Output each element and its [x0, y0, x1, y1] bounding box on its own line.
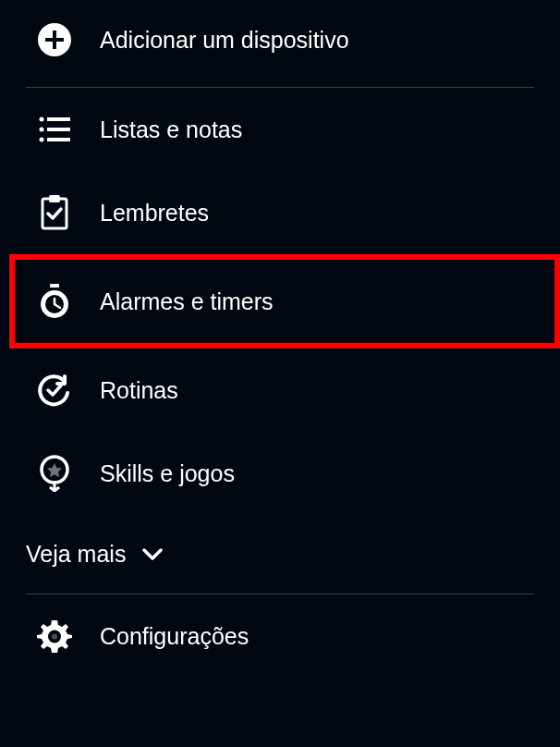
routine-icon [37, 373, 72, 408]
menu-item-settings[interactable]: Configurações [0, 594, 560, 678]
svg-rect-9 [43, 199, 67, 228]
add-device-label: Adicionar um dispositivo [100, 27, 349, 54]
plus-circle-icon [37, 22, 72, 57]
svg-rect-6 [47, 128, 70, 131]
see-more-button[interactable]: Veja mais [0, 515, 560, 594]
lists-label: Listas e notas [100, 116, 242, 143]
svg-rect-11 [50, 284, 59, 288]
chevron-down-icon [142, 548, 163, 561]
menu-item-lists[interactable]: Listas e notas [0, 88, 560, 171]
svg-point-5 [40, 128, 44, 132]
menu-item-alarms[interactable]: Alarmes e timers [9, 254, 560, 349]
alarm-clock-icon [37, 284, 72, 319]
gear-icon [37, 618, 72, 654]
reminders-label: Lembretes [100, 200, 209, 227]
list-icon [37, 112, 72, 147]
menu-item-add-device[interactable]: Adicionar um dispositivo [0, 0, 560, 87]
skills-label: Skills e jogos [100, 460, 235, 487]
see-more-label: Veja mais [26, 541, 126, 568]
svg-rect-2 [45, 38, 64, 42]
svg-rect-8 [47, 138, 70, 141]
svg-point-7 [40, 138, 44, 142]
alarms-label: Alarmes e timers [100, 288, 274, 315]
svg-rect-4 [47, 117, 70, 121]
svg-point-3 [40, 117, 44, 122]
svg-rect-10 [49, 195, 60, 202]
clipboard-check-icon [37, 195, 72, 230]
routines-label: Rotinas [100, 377, 178, 404]
menu-item-reminders[interactable]: Lembretes [0, 171, 560, 254]
menu-item-routines[interactable]: Rotinas [0, 349, 560, 432]
svg-point-16 [52, 634, 57, 640]
menu-item-skills[interactable]: Skills e jogos [0, 432, 560, 515]
settings-label: Configurações [100, 623, 249, 650]
star-badge-icon [37, 456, 72, 491]
